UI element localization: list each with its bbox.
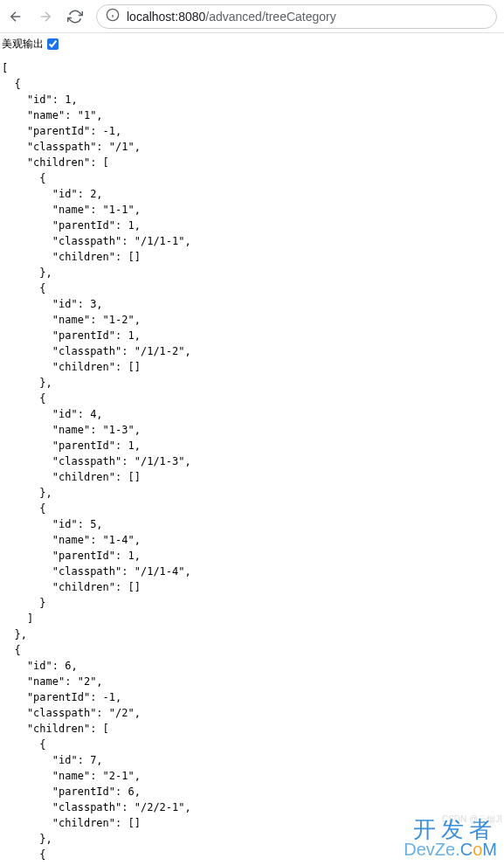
pretty-print-checkbox[interactable]: [47, 38, 59, 50]
json-viewer-options: 美观输出: [0, 33, 504, 55]
json-content: [ { "id": 1, "name": "1", "parentId": -1…: [0, 55, 504, 865]
url-text: localhost:8080/advanced/treeCategory: [127, 10, 336, 24]
browser-toolbar: localhost:8080/advanced/treeCategory: [0, 0, 504, 33]
arrow-left-icon: [8, 9, 24, 24]
site-info-icon[interactable]: [106, 8, 120, 24]
reload-icon: [67, 9, 83, 24]
pretty-print-label: 美观输出: [2, 37, 44, 52]
address-bar[interactable]: localhost:8080/advanced/treeCategory: [96, 4, 497, 29]
back-button[interactable]: [7, 8, 24, 25]
forward-button[interactable]: [37, 8, 54, 25]
reload-button[interactable]: [66, 8, 84, 25]
url-path: /advanced/treeCategory: [205, 10, 335, 24]
arrow-right-icon: [38, 9, 53, 24]
url-host: localhost:8080: [127, 10, 205, 24]
